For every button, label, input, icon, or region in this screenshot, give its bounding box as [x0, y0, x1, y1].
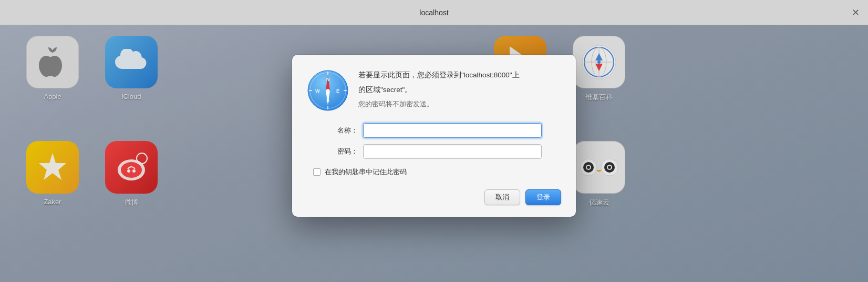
svg-point-32: [326, 89, 329, 92]
dialog-header: N S E W 若要显示此页面，您必须登录到"localhost:8000"上 …: [307, 69, 561, 112]
password-label: 密码：: [326, 147, 358, 156]
login-button[interactable]: 登录: [525, 189, 561, 205]
cancel-button[interactable]: 取消: [484, 189, 520, 205]
dialog-buttons: 取消 登录: [307, 187, 561, 205]
modal-overlay: N S E W 若要显示此页面，您必须登录到"localhost:8000"上 …: [0, 0, 868, 282]
username-label: 名称：: [326, 126, 358, 135]
svg-text:E: E: [336, 88, 339, 94]
safari-icon: N S E W: [307, 69, 349, 112]
dialog-message-line2: 的区域"secret"。: [358, 84, 561, 96]
remember-password-checkbox[interactable]: [313, 168, 321, 176]
remember-password-row[interactable]: 在我的钥匙串中记住此密码: [313, 167, 561, 177]
username-row: 名称：: [307, 123, 561, 138]
username-input[interactable]: [363, 123, 542, 138]
svg-text:S: S: [326, 98, 329, 103]
remember-password-label: 在我的钥匙串中记住此密码: [325, 167, 407, 177]
form-section: 名称： 密码：: [307, 123, 561, 159]
dialog-warning: 您的密码将不加密发送。: [358, 99, 561, 109]
password-row: 密码：: [307, 144, 561, 159]
dialog-message: 若要显示此页面，您必须登录到"localhost:8000"上 的区域"secr…: [358, 69, 561, 112]
password-input[interactable]: [363, 144, 542, 159]
auth-dialog: N S E W 若要显示此页面，您必须登录到"localhost:8000"上 …: [292, 55, 576, 216]
svg-text:W: W: [315, 88, 320, 94]
svg-text:N: N: [326, 77, 330, 82]
dialog-message-line1: 若要显示此页面，您必须登录到"localhost:8000"上: [358, 69, 561, 81]
